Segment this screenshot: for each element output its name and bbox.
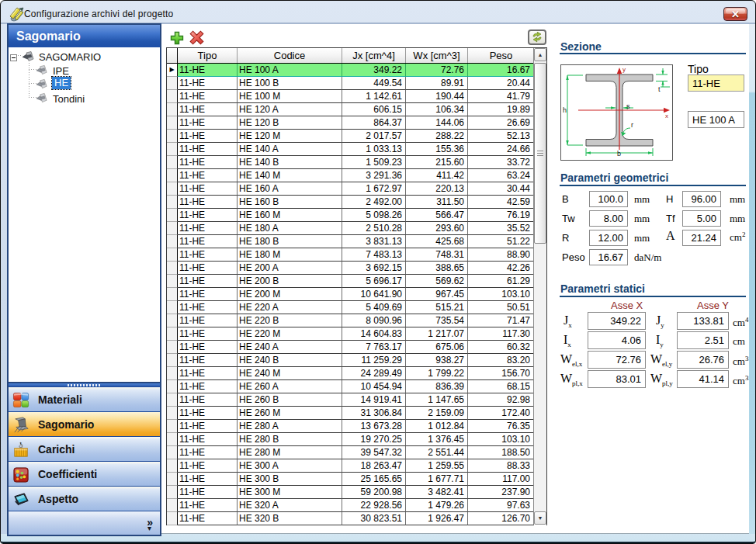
- svg-text:t: t: [658, 85, 661, 93]
- svg-text:b: b: [617, 150, 621, 158]
- svg-text:y: y: [622, 66, 626, 73]
- svg-text:r: r: [631, 121, 633, 129]
- svg-text:h: h: [563, 106, 567, 114]
- svg-text:x: x: [665, 113, 668, 120]
- svg-text:s: s: [626, 102, 630, 110]
